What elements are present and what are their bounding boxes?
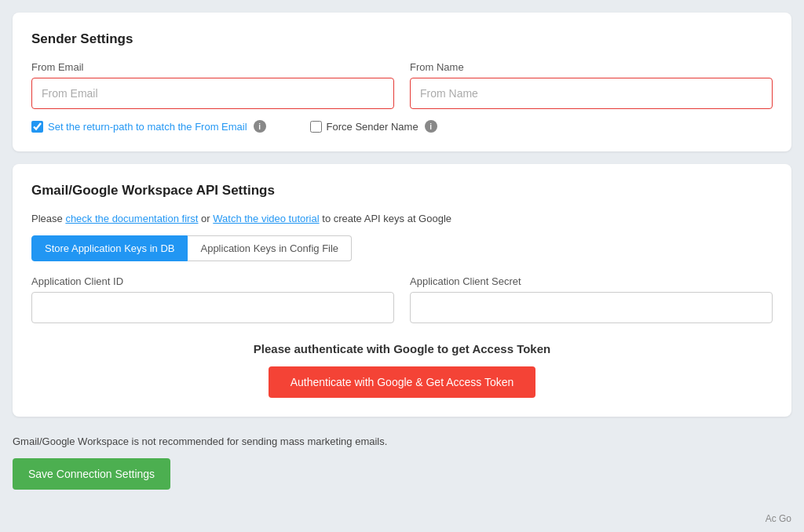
tabs-row: Store Application Keys in DB Application…	[31, 235, 773, 261]
check-doc-link[interactable]: check the documentation first	[65, 213, 198, 224]
from-email-group: From Email	[31, 61, 394, 109]
description-prefix: Please	[31, 213, 65, 224]
force-sender-label: Force Sender Name	[327, 121, 418, 133]
gmail-settings-card: Gmail/Google Workspace API Settings Plea…	[13, 164, 791, 417]
gmail-settings-title: Gmail/Google Workspace API Settings	[31, 183, 773, 199]
gmail-description: Please check the documentation first or …	[31, 213, 773, 224]
client-secret-label: Application Client Secret	[410, 275, 773, 287]
from-email-input[interactable]	[31, 78, 394, 109]
force-sender-checkbox[interactable]	[310, 121, 322, 133]
return-path-checkbox-label[interactable]: Set the return-path to match the From Em…	[31, 120, 266, 133]
force-sender-info-icon[interactable]: i	[425, 120, 437, 133]
from-email-label: From Email	[31, 61, 394, 73]
save-connection-button[interactable]: Save Connection Settings	[13, 458, 170, 490]
client-id-input[interactable]	[31, 292, 394, 323]
sender-settings-card: Sender Settings From Email From Name Set…	[13, 13, 791, 151]
sender-settings-title: Sender Settings	[31, 31, 773, 47]
video-tutorial-link[interactable]: Watch the video tutorial	[213, 213, 319, 224]
from-name-label: From Name	[410, 61, 773, 73]
description-suffix: to create API keys at Google	[322, 213, 451, 224]
checkbox-row: Set the return-path to match the From Em…	[31, 120, 773, 133]
auth-section: Please authenticate with Google to get A…	[31, 342, 773, 398]
description-or: or	[201, 213, 213, 224]
force-sender-group: Force Sender Name i	[310, 120, 437, 133]
auth-title: Please authenticate with Google to get A…	[31, 342, 773, 355]
client-id-label: Application Client ID	[31, 275, 394, 287]
email-name-row: From Email From Name	[31, 61, 773, 109]
tab-store-db[interactable]: Store Application Keys in DB	[31, 235, 188, 261]
client-secret-group: Application Client Secret	[410, 275, 773, 323]
return-path-checkbox[interactable]	[31, 121, 43, 133]
from-name-group: From Name	[410, 61, 773, 109]
authenticate-google-button[interactable]: Authenticate with Google & Get Access To…	[269, 366, 536, 398]
api-keys-row: Application Client ID Application Client…	[31, 275, 773, 323]
client-secret-input[interactable]	[410, 292, 773, 323]
return-path-info-icon[interactable]: i	[254, 120, 266, 133]
warning-text: Gmail/Google Workspace is not recommende…	[13, 435, 791, 447]
corner-text: Ac Go	[766, 513, 791, 524]
bottom-area: Gmail/Google Workspace is not recommende…	[13, 429, 791, 502]
return-path-label: Set the return-path to match the From Em…	[48, 121, 247, 133]
from-name-input[interactable]	[410, 78, 773, 109]
client-id-group: Application Client ID	[31, 275, 394, 323]
tab-config-file[interactable]: Application Keys in Config File	[188, 235, 352, 261]
